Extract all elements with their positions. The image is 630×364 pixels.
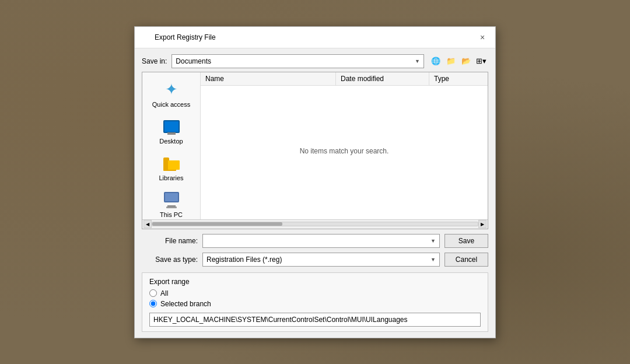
save-in-combo[interactable]: Documents ▼ — [172, 54, 424, 68]
desktop-label: Desktop — [159, 138, 183, 145]
scrollbar-area[interactable]: ◀ ▶ — [142, 219, 488, 229]
file-header: Name Date modified Type — [201, 72, 488, 86]
toolbar-back-button[interactable]: 🌐 — [429, 54, 443, 68]
right-panel: Name Date modified Type No items match y… — [201, 72, 488, 219]
col-type[interactable]: Type — [429, 72, 488, 85]
scroll-thumb — [152, 222, 282, 226]
selected-branch-radio-row: Selected branch — [149, 300, 481, 308]
toolbar-icons: 🌐 📁 📂 ⊞▾ — [429, 54, 488, 68]
this-pc-label: This PC — [160, 211, 183, 218]
file-container: ✦ Quick access Desktop — [142, 72, 488, 219]
save-as-type-row: Save as type: Registration Files (*.reg)… — [142, 253, 488, 267]
save-in-row: Save in: Documents ▼ 🌐 📁 📂 ⊞▾ — [142, 54, 488, 68]
branch-input[interactable] — [149, 313, 481, 327]
all-radio[interactable] — [149, 289, 157, 297]
scroll-track[interactable] — [152, 222, 478, 226]
selected-branch-label[interactable]: Selected branch — [160, 300, 211, 308]
col-date[interactable]: Date modified — [336, 72, 429, 85]
file-name-label: File name: — [142, 237, 198, 245]
all-label[interactable]: All — [160, 289, 168, 298]
desktop-icon — [162, 117, 181, 136]
save-in-value: Documents — [176, 57, 415, 65]
libraries-label: Libraries — [159, 174, 183, 181]
dialog-title: Export Registry File — [155, 33, 216, 41]
this-pc-icon — [162, 191, 181, 209]
file-name-row: File name: ▼ Save — [142, 234, 488, 248]
file-area: ✦ Quick access Desktop — [142, 72, 488, 229]
save-as-type-value: Registration Files (*.reg) — [206, 256, 282, 264]
toolbar-view-button[interactable]: ⊞▾ — [474, 54, 488, 68]
libraries-icon — [162, 154, 181, 173]
col-name[interactable]: Name — [201, 72, 336, 85]
file-name-arrow[interactable]: ▼ — [430, 238, 436, 244]
toolbar-new-folder-button[interactable]: 📂 — [459, 54, 473, 68]
nav-item-quick-access[interactable]: ✦ Quick access — [148, 77, 195, 111]
registry-icon — [142, 33, 151, 42]
scroll-left-arrow[interactable]: ◀ — [144, 220, 152, 228]
save-button[interactable]: Save — [444, 234, 488, 248]
save-in-label: Save in: — [142, 57, 167, 65]
export-range: Export range All Selected branch — [142, 272, 488, 332]
export-range-title: Export range — [149, 278, 481, 286]
quick-access-label: Quick access — [152, 101, 190, 108]
export-registry-dialog: Export Registry File × Save in: Document… — [134, 26, 496, 338]
all-radio-row: All — [149, 289, 481, 298]
file-empty-message: No items match your search. — [201, 86, 488, 216]
selected-branch-radio[interactable] — [149, 300, 157, 307]
cancel-button[interactable]: Cancel — [444, 253, 488, 267]
file-name-input[interactable] — [206, 237, 430, 245]
nav-item-this-pc[interactable]: This PC — [148, 187, 195, 219]
save-as-type-label: Save as type: — [142, 256, 198, 264]
dialog-body: Save in: Documents ▼ 🌐 📁 📂 ⊞▾ ✦ — [135, 48, 495, 338]
save-as-type-combo[interactable]: Registration Files (*.reg) ▼ — [202, 253, 440, 267]
toolbar-up-button[interactable]: 📁 — [444, 54, 458, 68]
quick-access-icon: ✦ — [162, 80, 181, 99]
scroll-right-arrow[interactable]: ▶ — [478, 220, 487, 228]
left-panel: ✦ Quick access Desktop — [142, 72, 201, 219]
title-bar-left: Export Registry File — [142, 33, 216, 42]
title-bar: Export Registry File × — [135, 27, 495, 48]
nav-item-libraries[interactable]: Libraries — [148, 150, 195, 185]
nav-item-desktop[interactable]: Desktop — [148, 114, 195, 148]
close-button[interactable]: × — [477, 32, 488, 43]
save-in-arrow: ▼ — [415, 58, 420, 64]
file-name-input-container: ▼ — [202, 234, 440, 248]
save-as-type-arrow: ▼ — [430, 257, 436, 262]
